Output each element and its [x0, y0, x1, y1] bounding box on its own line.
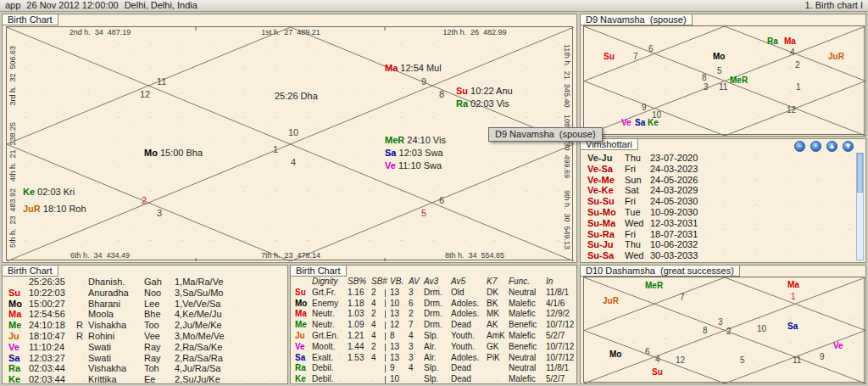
dasha-start-date: 24-05-2030 [650, 196, 698, 207]
avastha-3: Slp. [424, 331, 451, 342]
planet-abbr: Ra [456, 98, 468, 109]
planet-abbr: Ra [8, 363, 29, 374]
dasha-row[interactable]: Ve-Sa Fri 24-03-2023 [582, 164, 854, 175]
down-arrow-button[interactable]: ▼ [843, 141, 854, 152]
avastha-5: Dead [451, 320, 487, 331]
expand-button[interactable]: + [810, 141, 821, 152]
planet-abbr: JuR [603, 296, 619, 305]
house-indices: 12/9/2 [546, 309, 576, 320]
vimsopaka-bala: 9 [390, 363, 409, 374]
dasha-weekday: Fri [625, 196, 650, 207]
avastha-3: Alr. [424, 342, 451, 353]
name-syllable: Ray [144, 353, 175, 364]
avastha-5: Adoles. [451, 309, 487, 320]
dasha-weekday: Fri [625, 164, 650, 175]
planet-abbr: Su [8, 288, 29, 299]
header-spacer [295, 277, 312, 288]
planet-abbr: Sa [787, 322, 798, 331]
dasha-start-date: 18-07-2031 [650, 229, 698, 240]
house-indices: 10/7/12 [546, 353, 576, 364]
dasha-period: Ve-Sa [587, 164, 625, 175]
planet-label: MeR [645, 281, 663, 290]
dasha-row[interactable]: Ve-Ju Thu 23-07-2020 [582, 153, 854, 164]
house-number: 4 [291, 157, 296, 167]
scrollbar-thumb[interactable] [857, 154, 863, 193]
column-header: In [546, 277, 576, 288]
retrograde-flag [76, 309, 88, 320]
planet-abbr: Mo [144, 148, 158, 158]
vimsopaka-bala: 8 [390, 331, 409, 342]
nakshatra: Anuradha [88, 288, 144, 299]
column-header: Av3 [424, 277, 451, 288]
d9-chart[interactable]: 764258113112910 Su Mo Ra Ma [583, 25, 865, 135]
retrograde-flag [76, 277, 88, 288]
planet-label: Su 10:22 Anu [456, 86, 513, 96]
planet-abbr: MeR [730, 76, 748, 85]
name-syllable: Ee [144, 374, 175, 385]
functional-nature: Malefic [509, 309, 546, 320]
dasha-row[interactable]: Su-Mo Tue 10-09-2030 [582, 207, 854, 218]
dasha-row[interactable]: Su-Ju Thu 10-06-2032 [582, 239, 854, 250]
dasha-row[interactable]: Su-Ra Fri 18-07-2031 [582, 229, 854, 240]
shadbala-rank: 4 [371, 299, 385, 310]
d9-navamsha-panel: D9 Navamsha (spouse) 764258113112910 Su … [580, 14, 866, 137]
avastha-3: Slp. [424, 374, 451, 385]
dignity-table-panel: Birth Chart Dignity SB% SB# VB. AV Av3 A… [290, 265, 577, 384]
dasha-row[interactable]: Ve-Ke Sat 24-03-2029 [582, 185, 854, 196]
collapse-button[interactable]: − [794, 141, 805, 152]
house-cusp-label: 6th h. 34 434.49 [70, 251, 130, 260]
shadbala-rank [371, 363, 385, 374]
scrollbar[interactable] [856, 153, 864, 260]
dasha-weekday: Fri [625, 229, 650, 240]
column-header: Func. [509, 277, 546, 288]
column-header: VB. [390, 277, 409, 288]
vimsopaka-bala: 12 [390, 320, 409, 331]
dasha-row[interactable]: Ve-Me Sun 24-05-2026 [582, 175, 854, 186]
karaka: AmK [487, 331, 509, 342]
table-row: Ju 18:10:47 R Rohini Vee 3,Mo/Me/Ve [3, 331, 287, 342]
dasha-start-date: 23-07-2020 [650, 153, 698, 164]
dasha-row[interactable]: Su-Sa Wed 30-03-2033 [582, 250, 854, 261]
house-number: 11 [157, 76, 166, 87]
house-cusp-label: 10th h. 30 499.69 [563, 115, 571, 178]
planet-abbr: Ju [8, 331, 29, 342]
dasha-period: Su-Mo [587, 207, 625, 218]
dignity-value: Enemy [312, 299, 348, 310]
planet-longitude: 10:22:03 [29, 288, 76, 299]
planet-abbr: Ke [295, 374, 312, 385]
pada-lords: 3,Sa/Su/Mo [175, 288, 287, 299]
column-header: AV [409, 277, 424, 288]
d10-chart[interactable]: 713821064125119 MeR Ma JuR Sa [583, 277, 865, 383]
planet-label: Su [604, 52, 615, 61]
functional-nature: Malefic [509, 374, 546, 385]
planet-degree: 02:03 Vis [468, 98, 509, 109]
north-indian-chart[interactable]: 2nd h. 34 487.191st h. 27 489.2112th h. … [6, 26, 573, 260]
dasha-row[interactable]: Su-Su Fri 24-05-2030 [582, 196, 854, 207]
dignity-value: Grt.Fr. [312, 288, 348, 299]
dignity-value: Moolt. [312, 342, 348, 353]
table-row: Su 10:22:03 Anuradha Noo 3,Sa/Su/Mo [3, 288, 287, 299]
pada-lords: 2,Su/Ju/Ke [175, 374, 287, 385]
table-row: Mo Enemy 1.18 4 10 6 Drm. Adoles. BK Mal… [291, 299, 576, 310]
nakshatra: Swati [88, 353, 144, 364]
table-row: Ve 11:10:24 Swati Ray 2,Ra/Sa/Ke [3, 342, 287, 353]
planet-longitude: 24:10:18 [29, 320, 76, 331]
dasha-row[interactable]: Su-Ma Wed 12-03-2031 [582, 218, 854, 229]
birth-data-summary: app 26 Nov 2012 12:00:00 Delhi, Delhi, I… [5, 0, 198, 11]
house-number: 2 [726, 327, 732, 336]
up-arrow-button[interactable]: ▲ [826, 141, 837, 152]
dasha-period: Ve-Me [587, 175, 625, 186]
house-number: 10 [288, 127, 298, 137]
shadbala-rank: 4 [371, 320, 385, 331]
table-row: Ve Moolt. 1.44 2 13 3 Alr. Youth. GK Ben… [291, 342, 576, 353]
planet-abbr: Sa [295, 353, 312, 364]
ashtakavarga-points: 4 [409, 331, 424, 342]
dignity-table: Dignity SB% SB# VB. AV Av3 Av5 K7 Func. … [291, 277, 576, 383]
planet-abbr: Sa [8, 353, 29, 364]
table-row: Ke 02:03:44 Krittika Ee 2,Su/Ju/Ke [3, 374, 287, 385]
dignity-value: Grt.En. [312, 331, 348, 342]
vimsopaka-bala: 13 [390, 353, 409, 364]
dasha-weekday: Thu [625, 239, 650, 250]
shadbala-percent: 1.09 [348, 320, 371, 331]
pada-lords: 4,Ju/Ra/Sa [175, 363, 287, 374]
